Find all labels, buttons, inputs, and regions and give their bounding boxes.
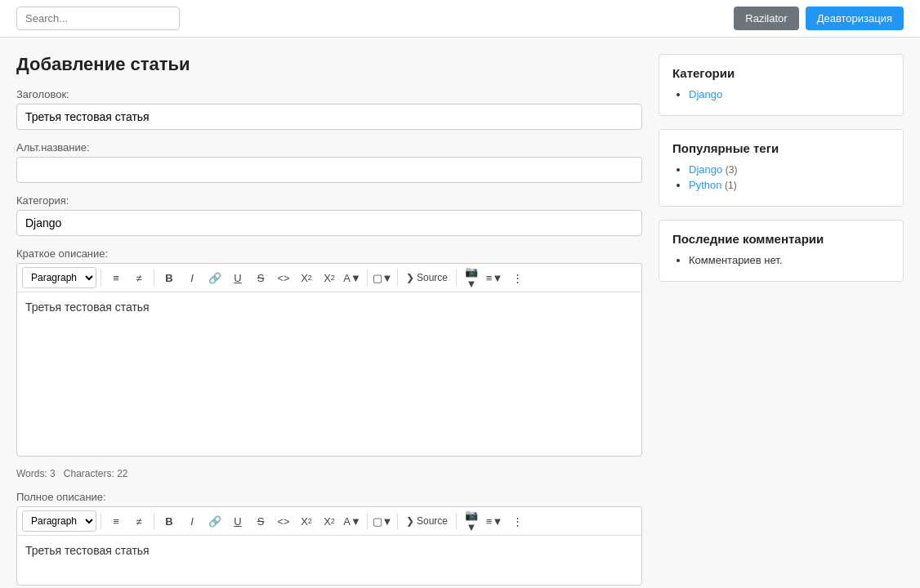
alt-name-input[interactable] <box>16 157 642 183</box>
ordered-list-btn-full[interactable]: ≠ <box>128 510 150 532</box>
italic-btn[interactable]: I <box>181 267 203 288</box>
divider-2 <box>154 270 154 286</box>
short-desc-label: Краткое описание: <box>16 247 642 260</box>
sidebar: Категории Django Популярные теги Django … <box>659 54 904 588</box>
strikethrough-btn-full[interactable]: S <box>250 510 271 532</box>
bold-btn-full[interactable]: B <box>159 510 180 532</box>
no-comments-text: Комментариев нет. <box>689 254 782 266</box>
short-desc-editor: Paragraph ≡ ≠ B I 🔗 U S <> X2 X2 A▼ <box>16 263 642 457</box>
paragraph-select-full[interactable]: Paragraph <box>22 510 96 532</box>
link-btn-full[interactable]: 🔗 <box>204 510 226 532</box>
alt-name-label: Альт.название: <box>16 141 642 154</box>
source-btn-short[interactable]: ❯ Source <box>402 270 452 286</box>
divider-f2 <box>154 513 154 529</box>
categories-card: Категории Django <box>659 54 904 116</box>
top-bar: Razilator Деавторизация <box>0 0 920 38</box>
image-embed-btn-full[interactable]: ▢▼ <box>372 510 393 532</box>
bold-btn[interactable]: B <box>159 267 180 288</box>
divider-3 <box>367 270 368 286</box>
tag-link-python[interactable]: Python <box>689 179 721 191</box>
categories-title: Категории <box>672 66 890 80</box>
list-style-btn-full[interactable]: ≡▼ <box>484 510 505 532</box>
content-area: Добавление статьи Заголовок: Альт.назван… <box>16 54 642 588</box>
source-label-short: Source <box>417 272 448 283</box>
search-input[interactable] <box>16 7 180 30</box>
popular-tags-card: Популярные теги Django (3) Python (1) <box>659 129 904 207</box>
categories-list: Django <box>672 88 890 100</box>
word-count: Words: 3 Characters: 22 <box>16 468 642 479</box>
category-input[interactable] <box>16 210 642 236</box>
unordered-list-btn-full[interactable]: ≡ <box>105 510 127 532</box>
tag-link-django[interactable]: Django <box>689 163 722 176</box>
source-btn-full[interactable]: ❯ Source <box>402 513 452 529</box>
deauth-button[interactable]: Деавторизация <box>806 7 904 30</box>
source-label-full: Source <box>417 515 448 527</box>
list-item: Django (3) <box>689 163 890 176</box>
superscript-btn[interactable]: X2 <box>319 267 340 288</box>
short-desc-toolbar: Paragraph ≡ ≠ B I 🔗 U S <> X2 X2 A▼ <box>17 264 641 292</box>
strikethrough-btn[interactable]: S <box>250 267 271 288</box>
recent-comments-title: Последние комментарии <box>672 232 890 246</box>
top-bar-actions: Razilator Деавторизация <box>734 7 904 30</box>
divider-4 <box>397 270 398 286</box>
char-count-label: Characters: 22 <box>64 468 128 479</box>
code-btn[interactable]: <> <box>273 267 294 288</box>
list-item: Django <box>689 88 890 100</box>
title-group: Заголовок: <box>16 88 642 130</box>
short-desc-text: Третья тестовая статья <box>25 301 150 314</box>
list-item: Комментариев нет. <box>689 254 890 266</box>
full-desc-group: Полное описание: Paragraph ≡ ≠ B I 🔗 U S <box>16 491 642 586</box>
source-icon-full: ❯ <box>406 515 414 527</box>
underline-btn-full[interactable]: U <box>227 510 248 532</box>
highlight-btn[interactable]: A▼ <box>342 267 363 288</box>
list-item: Python (1) <box>689 179 890 191</box>
paragraph-select[interactable]: Paragraph <box>22 267 96 288</box>
tag-count-django: (3) <box>726 164 738 176</box>
full-desc-toolbar: Paragraph ≡ ≠ B I 🔗 U S <> X2 X2 A▼ <box>17 507 641 536</box>
category-group: Категория: <box>16 194 642 236</box>
divider-f4 <box>397 513 398 529</box>
alt-name-group: Альт.название: <box>16 141 642 183</box>
more-btn[interactable]: ⋮ <box>507 267 528 288</box>
divider-f3 <box>367 513 368 529</box>
divider-f5 <box>456 513 457 529</box>
tag-count-python: (1) <box>725 180 737 191</box>
tags-list: Django (3) Python (1) <box>672 163 890 191</box>
image-embed-btn[interactable]: ▢▼ <box>372 267 393 288</box>
divider-1 <box>100 270 101 286</box>
short-desc-group: Краткое описание: Paragraph ≡ ≠ B I 🔗 U … <box>16 247 642 457</box>
category-label: Категория: <box>16 194 642 207</box>
image-btn-full[interactable]: 📷▼ <box>461 510 482 532</box>
title-input[interactable] <box>16 104 642 130</box>
full-desc-content[interactable]: Третья тестовая статья <box>17 536 641 585</box>
category-link-django[interactable]: Django <box>689 88 722 100</box>
page-title: Добавление статьи <box>16 54 642 75</box>
recent-comments-card: Последние комментарии Комментариев нет. <box>659 220 904 282</box>
unordered-list-btn[interactable]: ≡ <box>105 267 127 288</box>
ordered-list-btn[interactable]: ≠ <box>128 267 150 288</box>
popular-tags-title: Популярные теги <box>672 141 890 155</box>
underline-btn[interactable]: U <box>227 267 248 288</box>
source-icon: ❯ <box>406 272 414 283</box>
subscript-btn[interactable]: X2 <box>296 267 317 288</box>
short-desc-content[interactable]: Третья тестовая статья <box>17 292 641 456</box>
full-desc-editor: Paragraph ≡ ≠ B I 🔗 U S <> X2 X2 A▼ <box>16 506 642 586</box>
word-count-label: Words: 3 <box>16 468 56 479</box>
full-desc-label: Полное описание: <box>16 491 642 503</box>
code-btn-full[interactable]: <> <box>273 510 294 532</box>
link-btn[interactable]: 🔗 <box>204 267 226 288</box>
full-desc-text: Третья тестовая статья <box>25 544 150 557</box>
divider-f1 <box>100 513 101 529</box>
more-btn-full[interactable]: ⋮ <box>507 510 528 532</box>
divider-5 <box>456 270 457 286</box>
image-btn[interactable]: 📷▼ <box>461 267 482 288</box>
highlight-btn-full[interactable]: A▼ <box>342 510 363 532</box>
italic-btn-full[interactable]: I <box>181 510 203 532</box>
main-layout: Добавление статьи Заголовок: Альт.назван… <box>0 38 920 588</box>
title-label: Заголовок: <box>16 88 642 100</box>
list-style-btn[interactable]: ≡▼ <box>484 267 505 288</box>
subscript-btn-full[interactable]: X2 <box>296 510 317 532</box>
razilator-button[interactable]: Razilator <box>734 7 798 30</box>
comments-list: Комментариев нет. <box>672 254 890 266</box>
superscript-btn-full[interactable]: X2 <box>319 510 340 532</box>
